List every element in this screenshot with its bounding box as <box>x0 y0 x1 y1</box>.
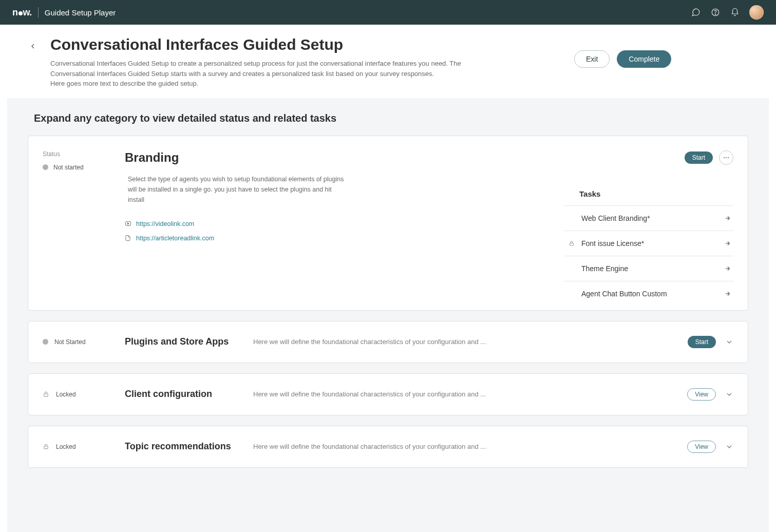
category-title: Topic recommendations <box>125 441 253 452</box>
category-title: Branding <box>125 150 554 165</box>
category-description: Here we will define the foundational cha… <box>253 390 687 398</box>
category-description: Here we will define the foundational cha… <box>253 338 688 346</box>
topbar-title: Guided Setup Player <box>45 8 116 17</box>
video-icon <box>125 220 132 227</box>
lock-icon <box>567 240 576 246</box>
arrow-right-icon <box>724 265 731 272</box>
svg-point-4 <box>724 157 725 158</box>
article-link-row[interactable]: https://articletoreadlink.com <box>125 235 554 242</box>
arrow-right-icon <box>724 240 731 247</box>
view-button[interactable]: View <box>687 441 716 453</box>
task-item[interactable]: Agent Chat Button Custom <box>564 281 733 306</box>
body-heading: Expand any category to view detailed sta… <box>34 112 742 124</box>
task-item[interactable]: Theme Engine <box>564 256 733 281</box>
article-link[interactable]: https://articletoreadlink.com <box>136 235 214 242</box>
video-link-row[interactable]: https://videolink.com <box>125 220 554 227</box>
status-text: Locked <box>56 443 76 450</box>
logo-dot-icon <box>18 11 23 15</box>
page-title: Conversational Interfaces Guided Setup <box>50 36 554 53</box>
arrow-right-icon <box>724 215 731 222</box>
category-description: Here we will define the foundational cha… <box>253 443 687 450</box>
svg-marker-3 <box>127 222 129 224</box>
lock-icon <box>43 391 50 398</box>
top-bar: nw. Guided Setup Player <box>0 0 776 25</box>
chat-icon[interactable] <box>691 7 701 17</box>
status-text: Not started <box>53 164 84 171</box>
view-button[interactable]: View <box>687 388 716 401</box>
task-label: Web Client Branding* <box>581 214 719 222</box>
svg-rect-13 <box>44 446 48 448</box>
task-item[interactable]: Font issue License* <box>564 231 733 256</box>
page-description: Conversational Interfaces Guided Setup t… <box>50 59 502 89</box>
help-icon[interactable] <box>710 7 721 17</box>
user-avatar[interactable] <box>749 5 764 20</box>
task-label: Agent Chat Button Custom <box>581 290 719 298</box>
bell-icon[interactable] <box>730 7 740 17</box>
task-label: Font issue License* <box>581 239 719 248</box>
task-list: Web Client Branding* Font issue License* <box>564 205 733 306</box>
status-dot-icon <box>43 339 48 345</box>
document-icon <box>125 235 132 242</box>
category-title: Client configuration <box>125 389 253 400</box>
complete-button[interactable]: Complete <box>617 50 671 68</box>
start-button[interactable]: Start <box>685 151 713 164</box>
task-item[interactable]: Web Client Branding* <box>564 206 733 231</box>
brand-logo: nw. <box>12 7 32 18</box>
svg-point-1 <box>715 14 715 14</box>
page-header: Conversational Interfaces Guided Setup C… <box>0 25 776 98</box>
topbar-divider <box>38 7 39 17</box>
svg-rect-12 <box>44 393 48 396</box>
svg-rect-8 <box>570 243 574 245</box>
back-button[interactable] <box>29 36 41 89</box>
chevron-down-icon[interactable] <box>725 443 733 451</box>
status-dot-icon <box>43 164 48 170</box>
more-menu-button[interactable] <box>719 150 733 165</box>
video-link[interactable]: https://videolink.com <box>136 220 194 227</box>
arrow-right-icon <box>724 290 731 297</box>
tasks-heading: Tasks <box>579 189 733 198</box>
status-label: Status <box>43 150 125 158</box>
body-area: Expand any category to view detailed sta… <box>7 98 769 533</box>
category-card-plugins: Not Started Plugins and Store Apps Here … <box>28 321 748 363</box>
exit-button[interactable]: Exit <box>574 50 610 68</box>
category-card-client-config: Locked Client configuration Here we will… <box>28 373 748 415</box>
svg-point-5 <box>726 157 727 158</box>
status-text: Locked <box>56 391 76 398</box>
category-card-topic-recommendations: Locked Topic recommendations Here we wil… <box>28 426 748 468</box>
status-text: Not Started <box>54 338 86 346</box>
chevron-down-icon[interactable] <box>725 338 733 346</box>
lock-icon <box>43 443 50 450</box>
category-description: Select the type of agents you wish to se… <box>125 174 346 205</box>
start-button[interactable]: Start <box>688 336 716 348</box>
category-title: Plugins and Store Apps <box>125 336 253 347</box>
task-label: Theme Engine <box>581 264 719 273</box>
svg-point-6 <box>728 157 729 158</box>
category-card-branding: Status Not started Branding Select the t… <box>28 136 748 311</box>
chevron-down-icon[interactable] <box>725 390 733 398</box>
